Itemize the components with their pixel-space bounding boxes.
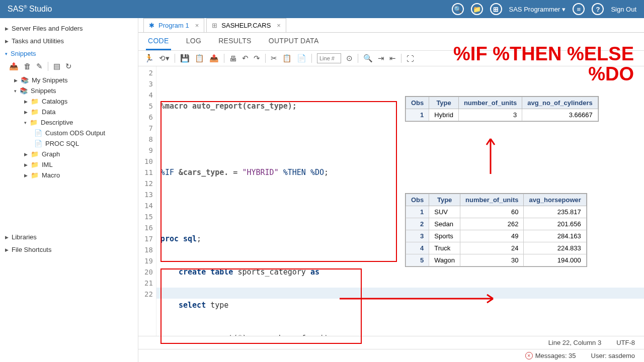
redo-icon[interactable]: ↷	[254, 54, 260, 63]
edit-icon[interactable]: ✎	[36, 62, 43, 71]
star-icon: ✱	[149, 22, 154, 29]
tree-iml[interactable]: ▶📁IML	[7, 159, 133, 170]
cut-icon[interactable]: ✂	[271, 54, 277, 63]
signout-link[interactable]: Sign Out	[611, 6, 636, 13]
paste-icon[interactable]: 📄	[297, 54, 306, 63]
encoding: UTF-8	[616, 339, 635, 346]
user-role-dropdown[interactable]: SAS Programmer ▾	[509, 6, 566, 13]
sidebar-section-file-shortcuts[interactable]: ▶File Shortcuts	[5, 243, 133, 256]
subtab-log[interactable]: LOG	[184, 33, 203, 50]
arrow-1	[475, 134, 506, 174]
chevron-down-icon: ▾	[562, 6, 566, 13]
arrow-2	[340, 289, 501, 309]
undo-icon[interactable]: ↶	[242, 54, 249, 63]
apps-icon[interactable]: ⊞	[490, 3, 502, 15]
list-icon[interactable]: ▤	[53, 62, 60, 71]
subtab-code[interactable]: CODE	[146, 33, 171, 50]
open-icon[interactable]: 📁	[471, 3, 483, 15]
run-icon[interactable]: 🏃	[144, 54, 154, 63]
indent-icon[interactable]: ⇥	[378, 54, 384, 63]
messages-count[interactable]: ×Messages: 35	[525, 352, 576, 359]
copy-icon[interactable]: 📋	[282, 54, 292, 63]
app-title: SAS® Studio	[8, 5, 52, 14]
tree-proc-sql[interactable]: 📄PROC SQL	[7, 138, 133, 149]
sidebar-section-tasks[interactable]: ▶Tasks and Utilities	[5, 35, 133, 47]
tree-data[interactable]: ▶📁Data	[7, 107, 133, 117]
history-icon[interactable]: ⟲▾	[159, 54, 170, 63]
tree-snippets[interactable]: ▾📚Snippets	[7, 85, 133, 96]
result-table-2: ObsTypenumber_of_unitsavg_horsepower 1SU…	[405, 193, 587, 267]
file-tabs: ✱Program 1× ⊞SASHELP.CARS×	[138, 18, 644, 33]
sidebar-section-libraries[interactable]: ▶Libraries	[5, 231, 133, 243]
add-icon[interactable]: 📤	[9, 62, 19, 71]
print-icon[interactable]: 🖶	[229, 54, 237, 63]
tab-program1[interactable]: ✱Program 1×	[143, 18, 204, 32]
find-icon[interactable]: 🔍	[363, 54, 373, 63]
table-icon: ⊞	[212, 22, 217, 29]
app-header: SAS® Studio 🔍 📁 ⊞ SAS Programmer ▾ ≡ ? S…	[0, 0, 644, 18]
outdent-icon[interactable]: ⇤	[389, 54, 396, 63]
sidebar: ▶Server Files and Folders ▶Tasks and Uti…	[0, 18, 138, 362]
tree-my-snippets[interactable]: ▶📚My Snippets	[7, 75, 133, 85]
refresh-icon[interactable]: ↻	[65, 62, 72, 71]
close-tab-icon[interactable]: ×	[277, 22, 281, 29]
search-icon[interactable]: 🔍	[452, 3, 464, 15]
overlay-title: %IF %THEN %ELSE %DO	[453, 44, 634, 84]
sidebar-section-snippets[interactable]: ▾Snippets	[5, 47, 133, 60]
snippets-toolbar: 📤 🗑 ✎ ▤ ↻	[5, 60, 133, 75]
line-gutter: 2345678910111213141516171819202122	[138, 66, 156, 336]
maximize-icon[interactable]: ⛶	[407, 54, 414, 63]
tree-graph[interactable]: ▶📁Graph	[7, 149, 133, 159]
close-tab-icon[interactable]: ×	[195, 22, 199, 29]
tree-custom-ods[interactable]: 📄Custom ODS Output	[7, 128, 133, 138]
tree-descriptive[interactable]: ▾📁Descriptive	[7, 117, 133, 128]
tree-catalogs[interactable]: ▶📁Catalogs	[7, 96, 133, 107]
subtab-output-data[interactable]: OUTPUT DATA	[267, 33, 321, 50]
highlight-box-1	[160, 101, 397, 262]
sidebar-section-servers[interactable]: ▶Server Files and Folders	[5, 22, 133, 35]
tree-macro[interactable]: ▶📁Macro	[7, 170, 133, 180]
saveas-icon[interactable]: 📋	[195, 54, 204, 63]
tab-sashelp-cars[interactable]: ⊞SASHELP.CARS×	[206, 18, 286, 32]
highlight-box-2	[160, 268, 362, 344]
export-icon[interactable]: 📤	[209, 54, 219, 63]
goto-line-input[interactable]	[317, 53, 341, 63]
delete-icon[interactable]: 🗑	[24, 62, 31, 71]
result-table-1: ObsTypenumber_of_unitsavg_no_of_cylinder…	[405, 96, 599, 122]
status-bar-2: ×Messages: 35 User: sasdemo	[138, 349, 644, 362]
user-role-label: SAS Programmer	[509, 6, 560, 13]
more-icon[interactable]: ≡	[573, 3, 585, 15]
save-icon[interactable]: 💾	[180, 54, 190, 63]
current-user: User: sasdemo	[591, 352, 635, 359]
help-icon[interactable]: ?	[592, 3, 604, 15]
subtab-results[interactable]: RESULTS	[216, 33, 254, 50]
play-icon[interactable]: ⊙	[346, 54, 353, 63]
cursor-position: Line 22, Column 3	[548, 339, 602, 346]
